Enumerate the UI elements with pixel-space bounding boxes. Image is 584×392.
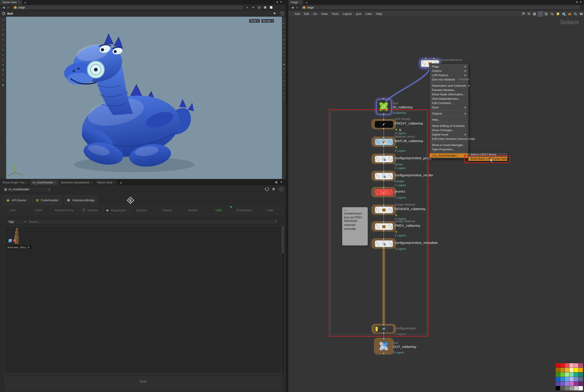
- forward-arrow-icon[interactable]: ▶: [7, 6, 10, 9]
- viewtool-cam-icon[interactable]: ●: [282, 46, 286, 50]
- menu-item-view-dependencies-[interactable]: View Dependencies...: [430, 96, 468, 101]
- palette-swatch[interactable]: [565, 363, 569, 368]
- palette-swatch[interactable]: [579, 372, 583, 377]
- tool-light-icon[interactable]: ▽: [1, 73, 5, 77]
- palette-swatch[interactable]: [579, 386, 583, 390]
- viewtool-fid-icon[interactable]: ▷: [282, 96, 286, 99]
- category-tab-hda[interactable]: HDA: [0, 206, 26, 214]
- palette-swatch[interactable]: [565, 368, 569, 372]
- target-icon[interactable]: [257, 5, 261, 10]
- grid-icon[interactable]: [544, 12, 549, 16]
- pane-square-icon[interactable]: ■: [576, 1, 578, 3]
- viewtool-home-icon[interactable]: +: [282, 18, 286, 21]
- palette-swatch[interactable]: [570, 372, 574, 377]
- menu-item-flags[interactable]: Flags: [430, 64, 468, 69]
- menu-help[interactable]: Help: [374, 10, 384, 17]
- menu-item-help-[interactable]: Help...: [430, 118, 468, 122]
- tool-snap-icon[interactable]: ●: [1, 63, 5, 67]
- sort-icon[interactable]: ≡: [275, 220, 277, 223]
- menu-item-digital-asset[interactable]: Digital Asset: [430, 132, 468, 137]
- pin-icon[interactable]: [251, 5, 255, 10]
- category-tab-textures[interactable]: Textures: [129, 206, 155, 214]
- palette-swatch[interactable]: [560, 377, 565, 381]
- tool-box-icon[interactable]: □: [1, 22, 5, 27]
- menu-item-type-properties-[interactable]: Type Properties...: [430, 147, 468, 152]
- palette-swatch[interactable]: [570, 368, 574, 372]
- category-tab-megascans[interactable]: MMegascans: [103, 206, 129, 214]
- panel-scrollbar[interactable]: [282, 226, 284, 374]
- palette-swatch[interactable]: [574, 368, 578, 372]
- menu-item-allow-editing-of-contents[interactable]: Allow Editing of Contents: [430, 124, 468, 128]
- tab-python-shell[interactable]: Python Shell×: [95, 180, 118, 185]
- menu-view[interactable]: View: [319, 10, 330, 17]
- viewtool-eid-icon[interactable]: ≡: [282, 92, 286, 95]
- palette-swatch[interactable]: [560, 368, 565, 372]
- viewtool-bid-icon[interactable]: ↻: [282, 79, 286, 82]
- asset-search-box[interactable]: [26, 219, 277, 224]
- pane-square-icon[interactable]: ■: [276, 1, 278, 3]
- tool-rotate-icon[interactable]: ↻: [1, 33, 5, 37]
- tool-view-icon[interactable]: ◎: [1, 68, 5, 72]
- settings-gear-icon[interactable]: ✱: [272, 187, 275, 192]
- menu-qlib[interactable]: qLib: [354, 10, 363, 17]
- pane-caret-icon[interactable]: ▼: [280, 181, 282, 184]
- viewtool-info-icon[interactable]: □: [282, 71, 286, 74]
- palette-swatch[interactable]: [565, 382, 569, 386]
- category-tab-preferences[interactable]: Preferences: [232, 206, 258, 214]
- palette-swatch[interactable]: [556, 368, 560, 372]
- palette-swatch[interactable]: [565, 377, 569, 381]
- tab--stage[interactable]: /stage×: [288, 0, 304, 4]
- pane-menu-caret-icon[interactable]: ▼: [280, 1, 282, 3]
- path-caret-icon[interactable]: ▾: [245, 5, 250, 10]
- palette-swatch[interactable]: [574, 386, 578, 390]
- asset-card[interactable]: Aphrodite_Milos_R: [6, 227, 31, 249]
- palette-swatch[interactable]: [560, 372, 565, 377]
- tags-filter-select[interactable]: Tags ▾: [6, 219, 28, 224]
- tab-close-icon[interactable]: ×: [55, 182, 56, 184]
- palette-swatch[interactable]: [560, 363, 565, 368]
- tool-select-icon[interactable]: ◁: [1, 18, 5, 22]
- network-pane-controls[interactable]: ■ ▼: [576, 1, 582, 3]
- basket-icon[interactable]: [567, 12, 572, 16]
- pane-menu-controls[interactable]: ■ ▼: [276, 1, 282, 3]
- viewtool-did-icon[interactable]: ○: [282, 88, 286, 90]
- viewtool-pick-icon[interactable]: ◁: [282, 67, 286, 70]
- menu-labs[interactable]: Labs: [363, 10, 374, 17]
- viewtool-mirror-icon[interactable]: ▽: [282, 54, 286, 58]
- scan-button[interactable]: Scan: [5, 376, 281, 386]
- new-tab-button[interactable]: +: [118, 180, 124, 185]
- tab-scene-graph-tree[interactable]: Scene Graph Tree×: [0, 180, 30, 185]
- menu-add[interactable]: Add: [292, 10, 302, 17]
- viewtool-cid-icon[interactable]: ◇: [282, 83, 286, 86]
- panel-help-icon[interactable]: ?: [279, 187, 283, 191]
- substance-bridge-button[interactable]: SubstanceBridge: [64, 195, 97, 205]
- handler-selector[interactable]: ns_AssetHandler ▴▾: [2, 187, 51, 192]
- menu-item-parameters-and-channels[interactable]: Parameters and Channels: [430, 84, 468, 88]
- palette-swatch[interactable]: [565, 372, 569, 377]
- tab-scene-view[interactable]: Scene View×: [0, 0, 22, 4]
- menu-item-show-changes-[interactable]: Show Changes...: [430, 128, 468, 132]
- palette-swatch[interactable]: [579, 368, 583, 372]
- eye-icon[interactable]: [579, 12, 584, 16]
- palette-swatch[interactable]: [574, 377, 578, 381]
- viewport-settings-gear-icon[interactable]: ✱: [273, 12, 276, 15]
- menu-item-outputs[interactable]: Outputs: [430, 111, 468, 116]
- palette-swatch[interactable]: [579, 363, 583, 368]
- palette-swatch[interactable]: [570, 377, 574, 381]
- tab-close-icon[interactable]: ×: [26, 182, 27, 184]
- category-tab-usd[interactable]: USD: [206, 206, 232, 214]
- palette-swatch[interactable]: [570, 382, 574, 386]
- viewtool-layer-icon[interactable]: ×: [282, 59, 286, 62]
- palette-swatch[interactable]: [565, 386, 569, 390]
- tab-close-icon[interactable]: ×: [114, 182, 115, 184]
- pane-divider[interactable]: [286, 0, 288, 392]
- menu-item-edit-comment-[interactable]: Edit Comment...: [430, 101, 468, 105]
- pane-menu-caret-icon[interactable]: ▼: [580, 1, 582, 3]
- sync-icon[interactable]: [265, 187, 269, 192]
- scene-path-field[interactable]: stage: [12, 5, 244, 10]
- menu-item-show-in-asset-manager-[interactable]: Show in Asset Manager...: [430, 143, 468, 147]
- cube-icon[interactable]: [263, 5, 267, 10]
- viewport-help-icon[interactable]: ?: [280, 12, 284, 15]
- image-icon[interactable]: [562, 12, 566, 16]
- list-icon[interactable]: [532, 12, 537, 16]
